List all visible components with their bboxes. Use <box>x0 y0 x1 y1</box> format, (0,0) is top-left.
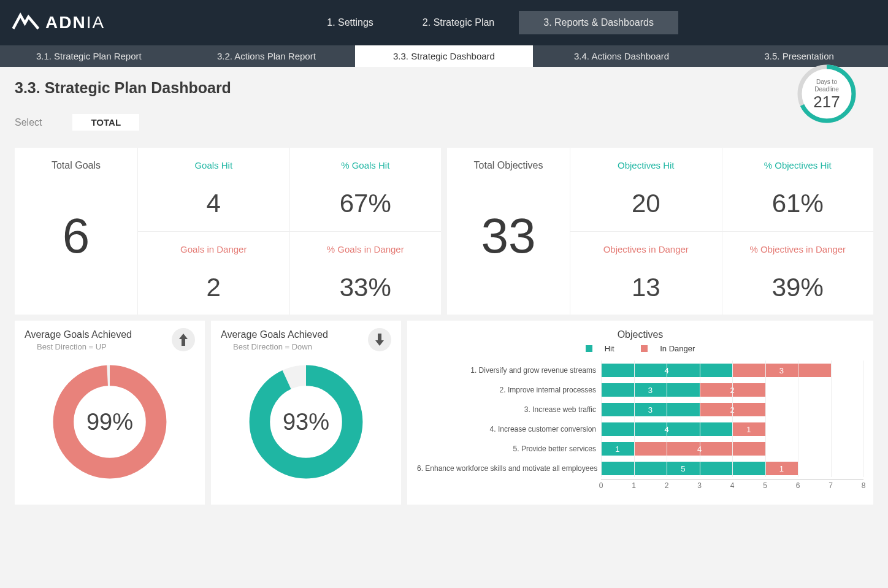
subnav-actions-report[interactable]: 3.2. Actions Plan Report <box>178 45 356 67</box>
top-bar: ADNIA 1. Settings 2. Strategic Plan 3. R… <box>0 0 888 45</box>
goals-hit-pct-value: 67% <box>296 189 435 218</box>
goals-hit-label: Goals Hit <box>144 160 283 170</box>
goals-hit-pct-label: % Goals Hit <box>296 160 435 170</box>
subnav-strategic-report[interactable]: 3.1. Strategic Plan Report <box>0 45 178 67</box>
top-nav: 1. Settings 2. Strategic Plan 3. Reports… <box>105 11 876 34</box>
logo-icon <box>12 12 39 33</box>
deadline-label-1: Days to <box>816 78 837 85</box>
deadline-label-2: Deadline <box>814 86 839 93</box>
chart-plot-area: 433232411451012345678 <box>601 361 863 492</box>
nav-strategic-plan[interactable]: 2. Strategic Plan <box>398 11 519 34</box>
objectives-danger-value: 13 <box>576 273 716 302</box>
goals-danger-label: Goals in Danger <box>144 244 283 254</box>
legend-hit: Hit <box>605 344 614 353</box>
goals-danger-value: 2 <box>144 273 283 302</box>
chart-bar-hit: 3 <box>601 403 700 416</box>
deadline-value: 217 <box>813 93 840 111</box>
total-goals-label: Total Goals <box>52 160 101 171</box>
select-dropdown[interactable]: TOTAL <box>72 114 139 131</box>
total-objectives-label: Total Objectives <box>474 160 543 171</box>
objectives-hit-label: Objectives Hit <box>576 160 716 170</box>
select-label: Select <box>15 117 42 128</box>
objectives-block: Total Objectives 33 Objectives Hit20 % O… <box>447 148 873 315</box>
objectives-hit-value: 20 <box>576 189 716 218</box>
chart-category-label: 6. Enhance workforce skills and motivate… <box>417 459 596 478</box>
donut-up-card: Average Goals Achieved Best Direction = … <box>15 321 205 505</box>
chart-y-labels: 1. Diversify and grow revenue streams2. … <box>417 361 601 492</box>
chart-bar-danger: 3 <box>732 364 831 377</box>
brand-text: ADNIA <box>45 13 105 32</box>
subnav-strategic-dashboard[interactable]: 3.3. Strategic Dashboard <box>355 45 533 67</box>
nav-reports-dashboards[interactable]: 3. Reports & Dashboards <box>519 11 678 34</box>
donut-up-subtitle: Best Direction = UP <box>25 342 195 351</box>
total-objectives-value: 33 <box>481 208 536 264</box>
goals-block: Total Goals 6 Goals Hit4 % Goals Hit67% … <box>15 148 441 315</box>
chart-category-label: 4. Increase customer conversion <box>417 419 596 439</box>
donut-down-card: Average Goals Achieved Best Direction = … <box>211 321 401 505</box>
objectives-danger-pct-value: 39% <box>729 273 868 302</box>
objectives-danger-pct-label: % Objectives in Danger <box>729 244 868 254</box>
logo: ADNIA <box>12 12 105 33</box>
objectives-chart-card: Objectives Hit In Danger 1. Diversify an… <box>407 321 873 505</box>
page-title: 3.3. Strategic Plan Dashboard <box>15 79 873 97</box>
donut-down-title: Average Goals Achieved <box>221 329 391 340</box>
chart-x-axis: 012345678 <box>601 479 863 492</box>
chart-category-label: 1. Diversify and grow revenue streams <box>417 361 596 380</box>
days-to-deadline-gauge: Days to Deadline 217 <box>796 63 857 124</box>
chart-bar-danger: 1 <box>732 422 765 436</box>
subnav-actions-dashboard[interactable]: 3.4. Actions Dashboard <box>533 45 711 67</box>
arrow-down-icon <box>368 328 391 351</box>
chart-bar-hit: 3 <box>601 383 700 397</box>
chart-bar-hit: 1 <box>601 442 634 456</box>
objectives-hit-pct-value: 61% <box>729 189 868 218</box>
chart-category-label: 2. Improve internal processes <box>417 380 596 400</box>
goals-danger-pct-label: % Goals in Danger <box>296 244 435 254</box>
donut-up-title: Average Goals Achieved <box>25 329 195 340</box>
arrow-up-icon <box>172 328 195 351</box>
goals-danger-pct-value: 33% <box>296 273 435 302</box>
donut-down-value: 93% <box>283 409 329 435</box>
chart-legend: Hit In Danger <box>417 344 863 353</box>
goals-hit-value: 4 <box>144 189 283 218</box>
nav-settings[interactable]: 1. Settings <box>302 11 398 34</box>
chart-category-label: 5. Provide better services <box>417 439 596 459</box>
sub-nav: 3.1. Strategic Plan Report 3.2. Actions … <box>0 45 888 67</box>
select-row: Select TOTAL <box>15 114 873 131</box>
chart-bar-hit: 5 <box>601 462 765 475</box>
donut-up-value: 99% <box>86 409 133 435</box>
objectives-hit-pct-label: % Objectives Hit <box>729 160 868 170</box>
legend-danger: In Danger <box>660 344 695 353</box>
chart-category-label: 3. Increase web traffic <box>417 400 596 419</box>
objectives-danger-label: Objectives in Danger <box>576 244 716 254</box>
chart-title: Objectives <box>417 329 863 340</box>
total-goals-value: 6 <box>63 208 90 264</box>
chart-bar-danger: 1 <box>765 462 798 475</box>
donut-down-subtitle: Best Direction = Down <box>221 342 391 351</box>
